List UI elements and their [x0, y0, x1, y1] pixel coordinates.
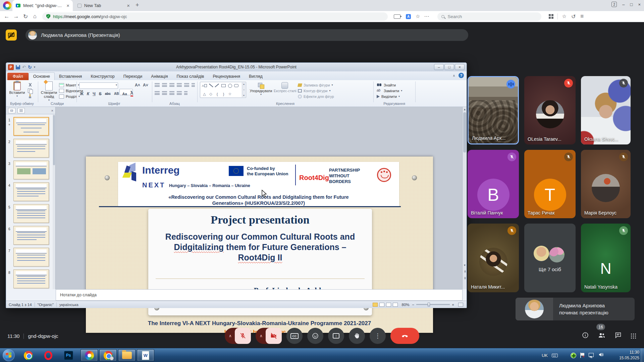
columns-icon[interactable]: [184, 91, 187, 95]
participant-tile[interactable]: N Natali Yasynska: [581, 224, 631, 292]
shape-outline-button[interactable]: Контур фігури ▾: [298, 88, 334, 94]
close-panel-icon[interactable]: ×: [51, 109, 53, 113]
menu-icon[interactable]: ≡: [580, 13, 584, 20]
help-icon[interactable]: ?: [459, 73, 464, 78]
close-window-button[interactable]: ×: [638, 2, 641, 7]
close-tab-icon[interactable]: ×: [127, 3, 130, 8]
slide-panel-scrollbar[interactable]: [53, 114, 55, 289]
slide-thumbnail-4[interactable]: [13, 182, 49, 201]
camera-control[interactable]: ∧: [256, 328, 282, 344]
paste-button[interactable]: Вставити ▾: [8, 81, 26, 98]
ppt-minimize-button[interactable]: –: [434, 64, 444, 70]
volume-tray-icon[interactable]: [598, 352, 604, 359]
copy-icon[interactable]: [28, 88, 33, 93]
tab-insert[interactable]: Вставлення: [55, 73, 86, 80]
translate-icon[interactable]: A: [406, 14, 411, 19]
minimize-window-button[interactable]: –: [622, 2, 625, 7]
shapes-gallery[interactable]: A △ ◇ { } ☆ ▲▪▼: [200, 82, 246, 98]
action-center-icon[interactable]: ✕: [580, 353, 585, 358]
ppt-title-bar[interactable]: P ↶ ↻ ▾ ArkhypovaPresentation Root4Dig_E…: [6, 63, 467, 71]
text-direction-icon[interactable]: [192, 83, 195, 87]
strikethrough-button[interactable]: S: [99, 92, 102, 96]
slide-scrollbar[interactable]: ▲ ▼ ≪ ≫: [462, 107, 467, 289]
forward-button[interactable]: →: [11, 13, 21, 20]
taskbar-photoshop[interactable]: Ps: [60, 349, 77, 361]
normal-view-button[interactable]: [373, 303, 378, 307]
replace-button[interactable]: ab Замінити ▾: [377, 88, 402, 94]
previous-slide-icon[interactable]: ≪: [463, 269, 467, 274]
undo-icon[interactable]: ↶: [22, 65, 26, 70]
meeting-details-icon[interactable]: [582, 331, 589, 340]
home-button[interactable]: ⌂: [30, 13, 40, 20]
slide-thumbnail-2[interactable]: [13, 139, 49, 158]
activities-grid-icon[interactable]: [631, 333, 636, 339]
close-tab-icon[interactable]: ×: [66, 3, 69, 8]
taskbar-clock[interactable]: 11:30 15.05.2025: [619, 350, 639, 361]
tab-new-tab[interactable]: New Tab ×: [74, 0, 133, 11]
increase-indent-icon[interactable]: [177, 83, 182, 87]
taskbar-opera[interactable]: [40, 349, 57, 361]
favorites-list-icon[interactable]: ☆: [562, 13, 566, 19]
apps-grid-icon[interactable]: [549, 14, 553, 19]
align-left-icon[interactable]: [155, 91, 160, 95]
tab-view[interactable]: Вигляд: [245, 73, 267, 80]
present-button[interactable]: ↑: [328, 328, 344, 344]
language-indicator[interactable]: українська: [59, 303, 78, 307]
participant-tile[interactable]: Ще 7 осіб: [524, 224, 576, 292]
antivirus-tray-icon[interactable]: [571, 353, 576, 358]
italic-button[interactable]: К: [87, 92, 89, 96]
keyboard-off-indicator[interactable]: [6, 29, 17, 41]
security-shield-icon[interactable]: ✓: [46, 14, 50, 19]
bold-button[interactable]: Ж: [80, 92, 84, 96]
zoom-slider-thumb[interactable]: [428, 303, 430, 306]
outline-tab[interactable]: [17, 108, 25, 113]
ppt-restore-button[interactable]: □: [444, 64, 454, 70]
slideshow-view-button[interactable]: [393, 303, 398, 307]
tab-slideshow[interactable]: Показ слайдів: [172, 73, 209, 80]
ppt-close-button[interactable]: ×: [455, 64, 465, 70]
cut-icon[interactable]: [28, 83, 33, 87]
zoom-slider[interactable]: [416, 304, 450, 305]
powerpoint-logo-icon[interactable]: P: [8, 64, 14, 70]
end-call-button[interactable]: [390, 328, 419, 344]
camera-off-button[interactable]: [266, 328, 282, 344]
start-button[interactable]: [3, 349, 15, 361]
underline-button[interactable]: Ч: [93, 92, 95, 96]
scroll-up-icon[interactable]: ▲: [463, 107, 467, 112]
font-family-combo[interactable]: [79, 82, 118, 89]
zoom-in-button[interactable]: +: [452, 303, 454, 307]
taskbar-chrome[interactable]: [19, 349, 37, 361]
bookmark-star-icon[interactable]: ☆: [416, 13, 420, 19]
sorter-view-button[interactable]: [379, 303, 384, 307]
participant-tile[interactable]: B Віталій Панчук: [468, 150, 519, 218]
new-slide-button[interactable]: Створити слайд ▾: [40, 81, 58, 102]
taskbar-word[interactable]: W: [137, 349, 154, 361]
shape-effects-button[interactable]: Ефекти для фігур: [298, 94, 334, 99]
reactions-button[interactable]: [307, 328, 323, 344]
slide-thumbnail-3[interactable]: [13, 161, 49, 179]
more-options-button[interactable]: ⋮: [370, 328, 386, 344]
justify-icon[interactable]: [177, 91, 182, 95]
tab-file[interactable]: Файл: [7, 73, 29, 80]
line-spacing-icon[interactable]: [184, 83, 189, 87]
raise-hand-button[interactable]: [349, 328, 365, 344]
tab-home[interactable]: Основне: [29, 72, 55, 80]
show-desktop-button[interactable]: [641, 348, 644, 362]
decrease-indent-icon[interactable]: [169, 83, 174, 87]
tab-transitions[interactable]: Переходи: [119, 73, 147, 80]
participant-tile[interactable]: T Тарас Ричак: [524, 150, 576, 218]
slide-thumbnail-6[interactable]: [13, 226, 49, 245]
text-effects-button[interactable]: abc: [105, 92, 111, 96]
tab-meet[interactable]: Meet: "gnd-dqpw-ojc" ×: [12, 0, 73, 11]
participant-tile[interactable]: Людмила Арх...: [468, 76, 519, 144]
new-tab-button[interactable]: +: [136, 2, 139, 9]
character-spacing-button[interactable]: АВ: [114, 92, 119, 96]
scroll-down-icon[interactable]: ▼: [463, 263, 467, 268]
reload-button[interactable]: ↻: [21, 13, 30, 20]
mic-control[interactable]: ∧: [225, 328, 251, 344]
bullets-icon[interactable]: [155, 83, 160, 87]
scrollbar-thumb[interactable]: [463, 112, 466, 153]
grow-font-icon[interactable]: A˄: [135, 83, 140, 87]
participant-tile[interactable]: Марія Берлоус: [581, 150, 631, 218]
language-indicator[interactable]: UK: [542, 353, 548, 358]
